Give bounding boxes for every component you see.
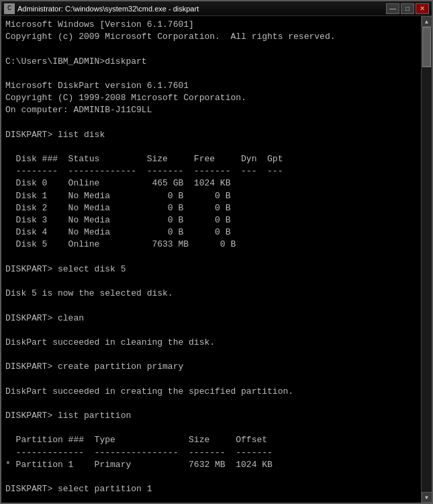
cmd-window: C Administrator: C:\windows\system32\cmd… [0,0,433,504]
title-bar: C Administrator: C:\windows\system32\cmd… [1,1,432,16]
scroll-track[interactable] [422,27,432,492]
cmd-icon: C [4,3,15,14]
title-bar-buttons: — □ ✕ [386,3,429,14]
close-button[interactable]: ✕ [416,3,429,14]
title-bar-left: C Administrator: C:\windows\system32\cmd… [4,3,199,14]
minimize-button[interactable]: — [386,3,399,14]
scroll-up-arrow[interactable]: ▲ [422,16,432,27]
terminal-output: Microsoft Windows [Version 6.1.7601] Cop… [5,19,428,503]
window-title: Administrator: C:\windows\system32\cmd.e… [17,5,199,13]
scrollbar[interactable]: ▲ ▼ [421,16,432,503]
terminal-content: Microsoft Windows [Version 6.1.7601] Cop… [1,16,432,503]
scroll-thumb[interactable] [422,27,431,67]
maximize-button[interactable]: □ [401,3,414,14]
scroll-down-arrow[interactable]: ▼ [422,492,432,503]
